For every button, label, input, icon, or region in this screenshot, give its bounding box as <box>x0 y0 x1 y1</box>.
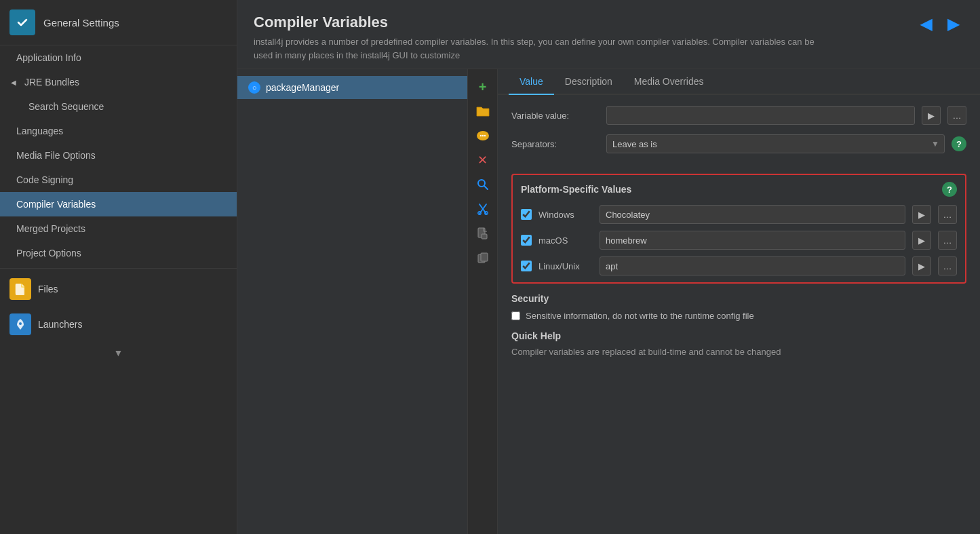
tab-value[interactable]: Value <box>509 69 554 95</box>
tab-description[interactable]: Description <box>554 69 623 95</box>
svg-point-4 <box>479 135 481 136</box>
sidebar-item-application-info[interactable]: Application Info <box>0 45 237 70</box>
tabs-bar: Value Description Media Overrides <box>498 69 980 95</box>
sidebar-bottom: ▼ <box>0 342 237 364</box>
linux-run-button[interactable]: ▶ <box>912 256 931 275</box>
launchers-label: Launchers <box>38 319 82 330</box>
svg-point-2 <box>19 322 22 325</box>
sidebar-item-label: Code Signing <box>16 174 73 185</box>
main-content: Compiler Variables install4j provides a … <box>237 0 980 534</box>
security-section: Security Sensitive information, do not w… <box>498 293 980 330</box>
sidebar-item-search-sequence[interactable]: Search Sequence <box>0 94 237 119</box>
security-row: Sensitive information, do not write to t… <box>511 311 966 321</box>
windows-run-button[interactable]: ▶ <box>912 205 931 224</box>
sidebar-item-label: Merged Projects <box>16 223 85 234</box>
variable-list-pane: ○ packageManager <box>237 69 468 534</box>
new-file-button[interactable] <box>472 223 494 244</box>
tab-media-overrides[interactable]: Media Overrides <box>623 69 715 95</box>
svg-line-8 <box>484 186 488 189</box>
sidebar-item-compiler-variables[interactable]: Compiler Variables <box>0 192 237 216</box>
macos-value-input[interactable] <box>600 231 905 250</box>
macos-row: macOS ▶ … <box>521 231 957 250</box>
svg-point-6 <box>484 135 485 136</box>
var-icon: ○ <box>248 81 260 94</box>
nav-arrows: ◀ ▶ <box>915 14 964 35</box>
security-label: Sensitive information, do not write to t… <box>526 311 754 321</box>
windows-row: Windows ▶ … <box>521 205 957 224</box>
sidebar-item-label: Application Info <box>16 52 81 63</box>
detail-pane: Value Description Media Overrides Variab… <box>498 69 980 534</box>
sidebar-item-code-signing[interactable]: Code Signing <box>0 168 237 192</box>
variable-value-run-button[interactable]: ▶ <box>922 106 941 125</box>
comment-button[interactable] <box>472 125 494 147</box>
add-folder-button[interactable] <box>472 100 494 122</box>
content-area: ○ packageManager + <box>237 69 980 534</box>
sidebar-section-files[interactable]: Files <box>0 271 237 307</box>
main-header: Compiler Variables install4j provides a … <box>237 0 980 69</box>
sidebar-item-merged-projects[interactable]: Merged Projects <box>0 216 237 241</box>
variable-toolbar: + ✕ <box>468 69 498 534</box>
sidebar-item-label: Media File Options <box>16 150 96 161</box>
sidebar-item-label: JRE Bundles <box>24 77 79 88</box>
sidebar-item-languages[interactable]: Languages <box>0 119 237 143</box>
form-area: Variable value: ▶ … Separators: Leave as… <box>498 95 980 174</box>
security-title: Security <box>511 293 966 304</box>
cut-button[interactable] <box>472 198 494 220</box>
page-title: Compiler Variables <box>254 14 830 31</box>
files-icon <box>9 278 31 300</box>
list-item[interactable]: ○ packageManager <box>237 76 467 99</box>
windows-checkbox[interactable] <box>521 209 532 220</box>
quick-help-title: Quick Help <box>511 330 966 341</box>
variable-value-input[interactable] <box>606 106 915 125</box>
divider-1 <box>0 268 237 269</box>
sidebar-item-jre-bundles[interactable]: ◀ JRE Bundles <box>0 70 237 94</box>
variable-list: ○ packageManager <box>237 76 467 527</box>
linux-more-button[interactable]: … <box>938 256 957 275</box>
separators-label: Separators: <box>511 139 600 149</box>
sidebar-header[interactable]: General Settings <box>0 0 237 45</box>
add-button[interactable]: + <box>472 76 494 98</box>
sidebar-item-label: Project Options <box>16 248 81 259</box>
launchers-icon <box>9 313 31 335</box>
files-label: Files <box>38 284 58 294</box>
sidebar-item-label: Search Sequence <box>28 101 104 112</box>
collapse-arrow-icon: ◀ <box>11 79 16 86</box>
delete-button[interactable]: ✕ <box>472 149 494 171</box>
platform-specific-title: Platform-Specific Values ? <box>521 182 957 197</box>
windows-label: Windows <box>538 210 593 220</box>
copy-button[interactable] <box>472 247 494 269</box>
sidebar-section-launchers[interactable]: Launchers <box>0 307 237 342</box>
svg-rect-16 <box>481 253 488 261</box>
macos-checkbox[interactable] <box>521 235 532 246</box>
scroll-down-arrow-icon[interactable]: ▼ <box>114 347 123 358</box>
windows-more-button[interactable]: … <box>938 205 957 224</box>
separators-select[interactable]: Leave as is Unix Windows Both <box>606 134 945 153</box>
security-checkbox[interactable] <box>511 311 520 320</box>
search-button[interactable] <box>472 174 494 195</box>
separators-row: Separators: Leave as is Unix Windows Bot… <box>511 134 966 153</box>
linux-label: Linux/Unix <box>538 261 593 271</box>
platform-specific-values-box: Platform-Specific Values ? Windows ▶ … m… <box>511 174 966 284</box>
sidebar: General Settings Application Info ◀ JRE … <box>0 0 237 534</box>
var-name: packageManager <box>266 82 339 93</box>
nav-back-button[interactable]: ◀ <box>915 14 937 35</box>
macos-label: macOS <box>538 235 593 246</box>
nav-forward-button[interactable]: ▶ <box>942 14 964 35</box>
sidebar-item-project-options[interactable]: Project Options <box>0 241 237 265</box>
separators-help-icon[interactable]: ? <box>952 136 966 151</box>
macos-run-button[interactable]: ▶ <box>912 231 931 250</box>
svg-point-5 <box>482 135 483 136</box>
separators-select-wrapper: Leave as is Unix Windows Both ▼ <box>606 134 945 153</box>
linux-value-input[interactable] <box>600 256 905 275</box>
svg-rect-14 <box>482 234 487 239</box>
macos-more-button[interactable]: … <box>938 231 957 250</box>
linux-checkbox[interactable] <box>521 261 532 271</box>
settings-check-icon <box>9 9 35 35</box>
sidebar-header-title: General Settings <box>43 17 119 28</box>
platform-help-icon[interactable]: ? <box>942 182 957 197</box>
windows-value-input[interactable] <box>600 205 905 224</box>
sidebar-item-media-file-options[interactable]: Media File Options <box>0 143 237 168</box>
variable-value-row: Variable value: ▶ … <box>511 106 966 125</box>
variable-value-more-button[interactable]: … <box>947 106 966 125</box>
sidebar-item-label: Languages <box>16 126 63 136</box>
